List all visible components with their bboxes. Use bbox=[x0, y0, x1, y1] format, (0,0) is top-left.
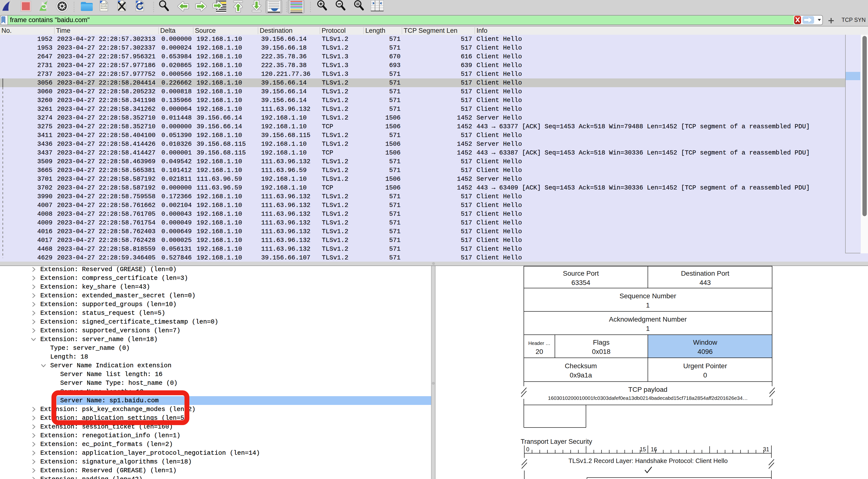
svg-text:Window: Window bbox=[693, 338, 717, 346]
svg-text:01110: 01110 bbox=[101, 7, 107, 10]
svg-text:31: 31 bbox=[763, 446, 769, 452]
svg-text:4096: 4096 bbox=[698, 348, 713, 355]
svg-text:63354: 63354 bbox=[571, 279, 590, 287]
svg-text:Header …: Header … bbox=[528, 340, 550, 346]
svg-text:TCP payload: TCP payload bbox=[628, 386, 667, 393]
svg-text:Transport Layer Security: Transport Layer Security bbox=[521, 438, 592, 445]
svg-text:Acknowledgment Number: Acknowledgment Number bbox=[609, 316, 687, 323]
svg-text:443: 443 bbox=[700, 279, 711, 287]
svg-text:20: 20 bbox=[535, 348, 543, 355]
svg-text:Checksum: Checksum bbox=[565, 362, 597, 370]
svg-text:1: 1 bbox=[646, 325, 650, 332]
svg-text:TLSv1.2 Record Layer: Handshak: TLSv1.2 Record Layer: Handshake Protocol… bbox=[568, 457, 728, 465]
svg-text:Source Port: Source Port bbox=[563, 270, 599, 277]
svg-text:0: 0 bbox=[526, 446, 529, 452]
svg-text:Destination Port: Destination Port bbox=[681, 270, 729, 277]
svg-text:0x018: 0x018 bbox=[592, 348, 611, 355]
svg-text:Flags: Flags bbox=[593, 338, 610, 346]
svg-text:Sequence Number: Sequence Number bbox=[619, 292, 676, 300]
svg-text:1603010200010001fc0303dafef0ea: 1603010200010001fc0303dafef0ea13db0214ba… bbox=[548, 395, 748, 401]
svg-text:16: 16 bbox=[651, 446, 657, 452]
svg-text:1: 1 bbox=[646, 301, 650, 309]
svg-text:0x9a1a: 0x9a1a bbox=[570, 371, 592, 379]
svg-text:15: 15 bbox=[640, 446, 646, 452]
svg-text:0: 0 bbox=[703, 371, 707, 379]
svg-text:Urgent Pointer: Urgent Pointer bbox=[683, 362, 727, 370]
